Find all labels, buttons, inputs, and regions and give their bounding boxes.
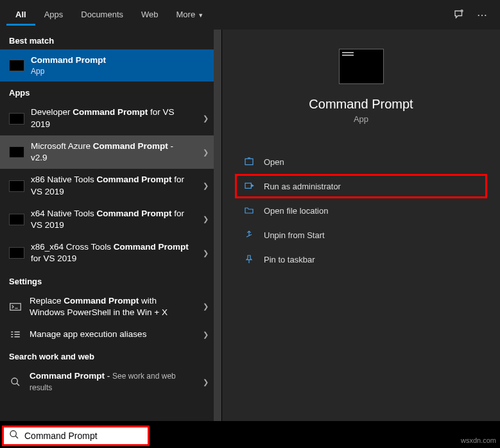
chevron-right-icon[interactable]: ❯ [198, 249, 214, 257]
cmd-icon [9, 180, 24, 192]
result-app-0[interactable]: Developer Command Prompt for VS 2019 ❯ [0, 101, 221, 135]
action-label: Run as administrator [264, 182, 341, 191]
action-label: Pin to taskbar [264, 255, 315, 264]
group-web: Search work and web [0, 345, 221, 365]
tab-documents[interactable]: Documents [72, 4, 132, 26]
result-title: Microsoft Azure Command Prompt - v2.9 [31, 141, 191, 164]
action-unpin-start[interactable]: Unpin from Start [235, 223, 487, 247]
svg-rect-1 [10, 304, 21, 311]
result-best-match[interactable]: Command Prompt App [0, 49, 221, 82]
shield-icon [243, 181, 255, 191]
feedback-icon[interactable] [447, 9, 470, 21]
more-options-icon[interactable]: ⋯ [470, 9, 494, 21]
tab-web[interactable]: Web [132, 4, 168, 26]
result-title: Manage app execution aliases [30, 329, 191, 340]
chevron-right-icon[interactable]: ❯ [198, 302, 214, 311]
folder-icon [243, 205, 255, 216]
search-input[interactable] [24, 431, 142, 441]
preview-subtitle: App [354, 114, 368, 124]
actions-list: Open Run as administrator Open file loca… [222, 150, 500, 271]
chevron-right-icon[interactable]: ❯ [198, 215, 214, 223]
action-pin-taskbar[interactable]: Pin to taskbar [235, 247, 487, 271]
svg-point-5 [10, 431, 16, 436]
result-web-0[interactable]: Command Prompt - See work and web result… [0, 365, 221, 399]
chevron-right-icon[interactable]: ❯ [198, 378, 214, 386]
action-run-as-admin[interactable]: Run as administrator [235, 174, 487, 198]
result-title: Replace Command Prompt with Windows Powe… [30, 295, 191, 318]
cmd-icon [9, 113, 24, 125]
result-title: x86_x64 Cross Tools Command Prompt for V… [31, 241, 191, 264]
watermark: wsxdn.com [461, 436, 496, 444]
action-label: Open [264, 157, 284, 167]
search-icon [9, 429, 19, 442]
svg-rect-4 [245, 183, 251, 188]
result-app-3[interactable]: x64 Native Tools Command Prompt for VS 2… [0, 203, 221, 236]
result-title: x86 Native Tools Command Prompt for VS 2… [31, 174, 191, 197]
tab-all[interactable]: All [6, 4, 35, 26]
search-icon [8, 377, 23, 387]
chevron-right-icon[interactable]: ❯ [198, 182, 214, 190]
chevron-right-icon[interactable]: ❯ [198, 331, 214, 339]
result-setting-0[interactable]: Replace Command Prompt with Windows Powe… [0, 290, 221, 323]
result-app-1[interactable]: Microsoft Azure Command Prompt - v2.9 ❯ [0, 135, 221, 169]
result-setting-1[interactable]: Manage app execution aliases ❯ [0, 323, 221, 345]
svg-rect-3 [245, 159, 253, 164]
action-open[interactable]: Open [235, 150, 487, 174]
cmd-icon [9, 214, 24, 225]
svg-point-0 [460, 10, 463, 13]
result-title: Command Prompt - See work and web result… [30, 370, 191, 393]
group-best-match: Best match [0, 30, 221, 49]
cmd-icon-large [339, 49, 384, 84]
tab-apps[interactable]: Apps [35, 4, 73, 26]
filter-tabs: All Apps Documents Web More▼ ⋯ [0, 0, 500, 30]
scrollbar[interactable] [214, 30, 221, 421]
action-open-location[interactable]: Open file location [235, 198, 487, 223]
result-app-2[interactable]: x86 Native Tools Command Prompt for VS 2… [0, 169, 221, 202]
list-icon [8, 330, 23, 339]
pin-icon [243, 254, 255, 264]
results-panel: Best match Command Prompt App Apps Devel… [0, 30, 221, 421]
action-label: Open file location [264, 206, 328, 216]
cmd-icon [9, 60, 24, 71]
result-title: Developer Command Prompt for VS 2019 [31, 107, 191, 130]
result-title: Command Prompt [31, 55, 214, 66]
action-label: Unpin from Start [264, 230, 325, 240]
open-icon [243, 157, 255, 167]
chevron-right-icon[interactable]: ❯ [198, 114, 214, 123]
preview-title: Command Prompt [309, 97, 413, 112]
group-settings: Settings [0, 270, 221, 290]
search-box[interactable] [2, 426, 150, 446]
result-app-4[interactable]: x86_x64 Cross Tools Command Prompt for V… [0, 236, 221, 270]
result-title: x64 Native Tools Command Prompt for VS 2… [31, 208, 191, 231]
chevron-right-icon[interactable]: ❯ [198, 148, 214, 157]
cmd-icon [9, 146, 24, 158]
group-apps: Apps [0, 82, 221, 101]
unpin-icon [243, 230, 255, 240]
preview-panel: Command Prompt App Open Run as administr… [221, 30, 500, 421]
terminal-icon [8, 302, 23, 311]
cmd-icon [9, 247, 24, 259]
chevron-down-icon: ▼ [198, 12, 203, 19]
result-subtitle: App [31, 66, 214, 76]
svg-point-2 [12, 378, 17, 384]
tab-more[interactable]: More▼ [168, 4, 213, 26]
